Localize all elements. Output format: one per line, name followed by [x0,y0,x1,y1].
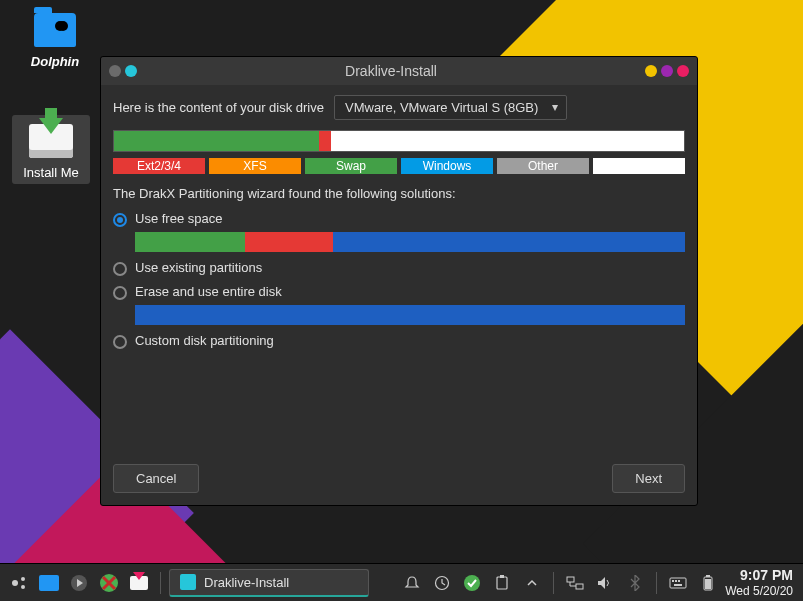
svg-rect-19 [705,579,711,589]
desktop-icon-dolphin[interactable]: Dolphin [20,10,90,69]
legend-empty: Empty [593,158,685,174]
volume-icon[interactable] [592,570,618,596]
notifications-icon[interactable] [399,570,425,596]
option-label: Custom disk partitioning [135,333,685,348]
installer-window: Draklive-Install Here is the content of … [100,56,698,506]
svg-point-1 [21,577,25,581]
disk-select-value: VMware, VMware Virtual S (8GB) [345,100,538,115]
preview-segment [135,232,245,252]
wizard-subtitle: The DrakX Partitioning wizard found the … [113,186,685,201]
desktop-icon-label: Dolphin [20,54,90,69]
separator [553,572,554,594]
legend-xfs: XFS [209,158,301,174]
svg-rect-15 [678,580,680,582]
clock-time: 9:07 PM [725,567,793,584]
maximize-button[interactable] [661,65,673,77]
taskbar-clock[interactable]: 9:07 PM Wed 5/20/20 [725,567,797,598]
separator [160,572,161,594]
minimize-button[interactable] [645,65,657,77]
preview-bar [135,305,685,325]
taskbar-app-draklive[interactable]: Draklive-Install [169,569,369,597]
svg-rect-18 [706,575,710,577]
package-icon [27,121,75,161]
next-button[interactable]: Next [612,464,685,493]
window-menu-icon[interactable] [109,65,121,77]
svg-rect-9 [500,575,504,578]
svg-rect-11 [576,584,583,589]
radio-icon [113,286,127,300]
chevron-up-icon[interactable] [519,570,545,596]
svg-rect-16 [674,584,682,586]
disk-select[interactable]: VMware, VMware Virtual S (8GB) [334,95,567,120]
clock-date: Wed 5/20/20 [725,584,793,598]
option-custom[interactable]: Custom disk partitioning [113,331,685,351]
svg-rect-13 [672,580,674,582]
legend: Ext2/3/4 XFS Swap Windows Other Empty [113,158,685,174]
svg-rect-14 [675,580,677,582]
bluetooth-icon[interactable] [622,570,648,596]
taskbar-globe-icon[interactable] [96,570,122,596]
clock-icon[interactable] [429,570,455,596]
svg-rect-10 [567,577,574,582]
keyboard-icon[interactable] [665,570,691,596]
legend-windows: Windows [401,158,493,174]
option-label: Erase and use entire disk [135,284,685,299]
svg-point-0 [12,580,18,586]
taskbar: Draklive-Install 9:07 PM Wed 5/20/20 [0,563,803,601]
preview-segment [245,232,333,252]
desktop-icon-label: Install Me [14,165,88,180]
disk-label: Here is the content of your disk drive [113,100,324,115]
cancel-button[interactable]: Cancel [113,464,199,493]
preview-segment [135,305,685,325]
titlebar[interactable]: Draklive-Install [101,57,697,85]
window-content: Here is the content of your disk drive V… [101,85,697,505]
option-free-space[interactable]: Use free space [113,209,685,254]
taskbar-install-icon[interactable] [126,570,152,596]
app-icon [180,574,196,590]
svg-rect-8 [497,577,507,589]
option-label: Use existing partitions [135,260,685,275]
svg-point-2 [21,585,25,589]
legend-other: Other [497,158,589,174]
preview-bar [135,232,685,252]
close-button[interactable] [677,65,689,77]
radio-icon [113,213,127,227]
desktop: Dolphin Install Me Draklive-Install Here… [0,0,803,563]
desktop-icon-install[interactable]: Install Me [12,115,90,184]
partition-segment-empty[interactable] [331,131,684,151]
option-label: Use free space [135,211,685,226]
battery-icon[interactable] [695,570,721,596]
option-erase[interactable]: Erase and use entire disk [113,282,685,327]
disk-usage-bar [113,130,685,152]
partition-segment-ext[interactable] [114,131,319,151]
radio-icon [113,262,127,276]
folder-icon [31,10,79,50]
network-icon[interactable] [562,570,588,596]
radio-icon [113,335,127,349]
partition-options: Use free space Use existing partitions [113,209,685,351]
legend-swap: Swap [305,158,397,174]
start-menu-button[interactable] [6,570,32,596]
taskbar-media-icon[interactable] [66,570,92,596]
window-pin-icon[interactable] [125,65,137,77]
svg-point-7 [464,575,480,591]
preview-segment [333,232,685,252]
svg-rect-12 [670,578,686,588]
legend-ext: Ext2/3/4 [113,158,205,174]
taskbar-app-label: Draklive-Install [204,575,289,590]
partition-segment[interactable] [319,131,330,151]
window-title: Draklive-Install [137,63,645,79]
option-existing[interactable]: Use existing partitions [113,258,685,278]
status-ok-icon[interactable] [459,570,485,596]
taskbar-dolphin-icon[interactable] [36,570,62,596]
clipboard-icon[interactable] [489,570,515,596]
separator [656,572,657,594]
